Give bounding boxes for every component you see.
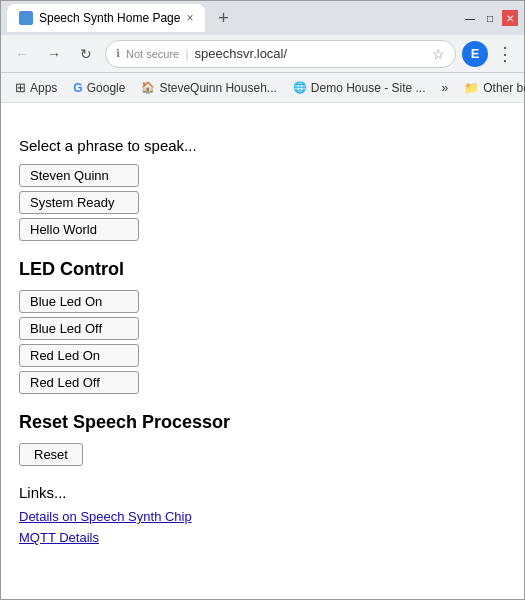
close-btn[interactable]: ✕	[502, 10, 518, 26]
phrase-section: Select a phrase to speak... Steven Quinn…	[19, 137, 506, 241]
blue-led-off-btn[interactable]: Blue Led Off	[19, 317, 139, 340]
phrase-buttons: Steven Quinn System Ready Hello World	[19, 164, 506, 241]
led-section: LED Control Blue Led On Blue Led Off Red…	[19, 259, 506, 394]
page-content: Select a phrase to speak... Steven Quinn…	[1, 103, 524, 599]
security-label: Not secure	[126, 48, 179, 60]
back-btn[interactable]: ←	[9, 41, 35, 67]
bookmark-google[interactable]: G Google	[67, 78, 131, 98]
stevequinn-icon: 🏠	[141, 81, 155, 94]
red-led-off-btn[interactable]: Red Led Off	[19, 371, 139, 394]
folder-icon: 📁	[464, 81, 479, 95]
bookmark-demohouse[interactable]: 🌐 Demo House - Site ...	[287, 78, 432, 98]
maximize-btn[interactable]: □	[482, 10, 498, 26]
bookmarks-bar: ⊞ Apps G Google 🏠 SteveQuinn Househ... 🌐…	[1, 73, 524, 103]
browser-window: Speech Synth Home Page × + — □ ✕ ← → ↻ ℹ…	[0, 0, 525, 600]
other-bookmarks-label: Other bookmarks	[483, 81, 525, 95]
bookmark-stevequinn-label: SteveQuinn Househ...	[159, 81, 276, 95]
reset-section: Reset Speech Processor Reset	[19, 412, 506, 466]
phrase-section-title: Select a phrase to speak...	[19, 137, 506, 154]
bookmark-star-icon[interactable]: ☆	[432, 46, 445, 62]
address-bar[interactable]: ℹ Not secure | speechsvr.local/ ☆	[105, 40, 456, 68]
profile-btn[interactable]: E	[462, 41, 488, 67]
links-section: Links... Details on Speech Synth Chip MQ…	[19, 484, 506, 545]
led-buttons: Blue Led On Blue Led Off Red Led On Red …	[19, 290, 506, 394]
links-section-title: Links...	[19, 484, 506, 501]
address-divider: |	[185, 46, 188, 61]
url-display[interactable]: speechsvr.local/	[195, 46, 426, 61]
link-speech-synth-chip[interactable]: Details on Speech Synth Chip	[19, 509, 506, 524]
more-bookmarks-btn[interactable]: »	[436, 78, 455, 98]
window-controls: — □ ✕	[462, 10, 518, 26]
reset-section-title: Reset Speech Processor	[19, 412, 506, 433]
minimize-btn[interactable]: —	[462, 10, 478, 26]
blue-led-on-btn[interactable]: Blue Led On	[19, 290, 139, 313]
toolbar: ← → ↻ ℹ Not secure | speechsvr.local/ ☆ …	[1, 35, 524, 73]
apps-icon: ⊞	[15, 80, 26, 95]
phrase-btn-hello-world[interactable]: Hello World	[19, 218, 139, 241]
tab-close-btn[interactable]: ×	[186, 11, 193, 25]
phrase-btn-steven-quinn[interactable]: Steven Quinn	[19, 164, 139, 187]
demohouse-icon: 🌐	[293, 81, 307, 94]
tab-favicon	[19, 11, 33, 25]
bookmark-google-label: Google	[87, 81, 126, 95]
led-section-title: LED Control	[19, 259, 506, 280]
other-bookmarks-btn[interactable]: 📁 Other bookmarks	[458, 78, 525, 98]
menu-btn[interactable]: ⋮	[494, 43, 516, 65]
title-bar: Speech Synth Home Page × + — □ ✕	[1, 1, 524, 35]
link-mqtt-details[interactable]: MQTT Details	[19, 530, 506, 545]
bookmark-apps[interactable]: ⊞ Apps	[9, 77, 63, 98]
refresh-btn[interactable]: ↻	[73, 41, 99, 67]
active-tab[interactable]: Speech Synth Home Page ×	[7, 4, 205, 32]
google-icon: G	[73, 81, 82, 95]
security-icon: ℹ	[116, 47, 120, 60]
bookmark-apps-label: Apps	[30, 81, 57, 95]
tab-title: Speech Synth Home Page	[39, 11, 180, 25]
bookmark-stevequinn[interactable]: 🏠 SteveQuinn Househ...	[135, 78, 282, 98]
new-tab-btn[interactable]: +	[209, 4, 237, 32]
red-led-on-btn[interactable]: Red Led On	[19, 344, 139, 367]
bookmark-demohouse-label: Demo House - Site ...	[311, 81, 426, 95]
reset-btn[interactable]: Reset	[19, 443, 83, 466]
phrase-btn-system-ready[interactable]: System Ready	[19, 191, 139, 214]
forward-btn[interactable]: →	[41, 41, 67, 67]
